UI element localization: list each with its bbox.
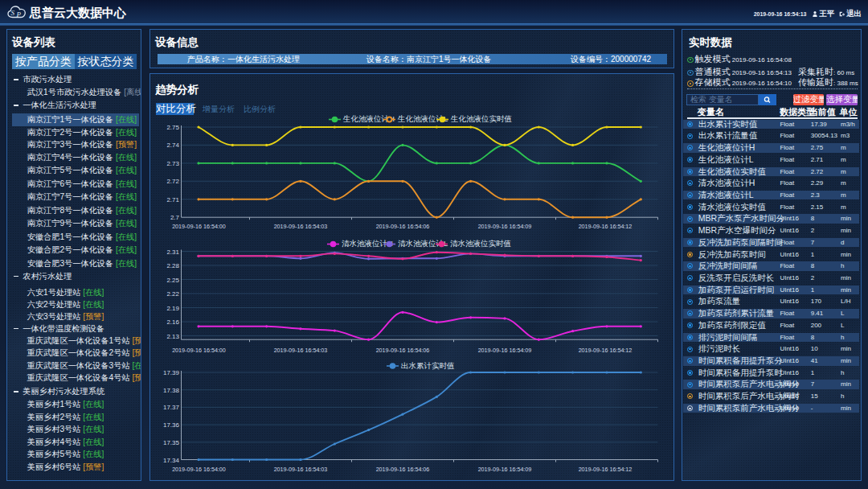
svg-text:出水累计实时值: 出水累计实时值	[401, 361, 455, 370]
svg-text:2019-09-16 16:54:12: 2019-09-16 16:54:12	[579, 223, 633, 230]
svg-text:2.71: 2.71	[166, 196, 179, 203]
svg-text:2019-09-16 16:54:09: 2019-09-16 16:54:09	[478, 223, 532, 230]
svg-text:2.7: 2.7	[170, 214, 180, 221]
svg-text:17.37: 17.37	[163, 404, 180, 411]
svg-text:2019-09-16 16:54:06: 2019-09-16 16:54:06	[376, 347, 430, 354]
svg-text:17.38: 17.38	[163, 387, 180, 394]
svg-text:2019-09-16 16:54:09: 2019-09-16 16:54:09	[478, 466, 532, 473]
svg-text:2.73: 2.73	[166, 160, 179, 167]
svg-text:2.13: 2.13	[166, 333, 179, 340]
svg-text:清水池液位实时值: 清水池液位实时值	[450, 239, 511, 248]
svg-text:2019-09-16 16:54:00: 2019-09-16 16:54:00	[172, 223, 226, 230]
svg-text:2.25: 2.25	[166, 277, 179, 284]
svg-text:2.75: 2.75	[166, 124, 179, 131]
svg-text:P: P	[16, 10, 22, 18]
svg-text:2019-09-16 16:54:03: 2019-09-16 16:54:03	[274, 466, 328, 473]
svg-text:2019-09-16 16:54:03: 2019-09-16 16:54:03	[274, 347, 328, 354]
svg-text:2.28: 2.28	[166, 262, 179, 269]
svg-text:2019-09-16 16:54:06: 2019-09-16 16:54:06	[376, 223, 430, 230]
svg-text:2019-09-16 16:54:00: 2019-09-16 16:54:00	[172, 466, 226, 473]
svg-text:2.16: 2.16	[166, 318, 179, 326]
svg-text:2.74: 2.74	[166, 142, 179, 149]
svg-text:清水池液位计H: 清水池液位计H	[342, 239, 393, 248]
svg-text:2019-09-16 16:54:06: 2019-09-16 16:54:06	[376, 466, 430, 473]
svg-text:S: S	[11, 9, 15, 17]
svg-text:17.34: 17.34	[163, 457, 180, 464]
svg-text:17.39: 17.39	[163, 369, 180, 376]
svg-text:17.36: 17.36	[163, 421, 180, 429]
svg-text:17.35: 17.35	[163, 439, 180, 446]
svg-text:2.72: 2.72	[166, 178, 179, 185]
svg-text:2.22: 2.22	[166, 290, 179, 298]
svg-text:2019-09-16 16:54:00: 2019-09-16 16:54:00	[172, 347, 226, 354]
svg-text:生化池液位实时值: 生化池液位实时值	[450, 114, 512, 123]
svg-text:2019-09-16 16:54:12: 2019-09-16 16:54:12	[579, 347, 633, 354]
svg-text:2.19: 2.19	[166, 305, 179, 312]
svg-text:2019-09-16 16:54:09: 2019-09-16 16:54:09	[478, 347, 532, 354]
svg-text:2019-09-16 16:54:12: 2019-09-16 16:54:12	[579, 466, 633, 473]
svg-text:2019-09-16 16:54:03: 2019-09-16 16:54:03	[274, 223, 328, 230]
svg-text:2.31: 2.31	[166, 249, 179, 256]
